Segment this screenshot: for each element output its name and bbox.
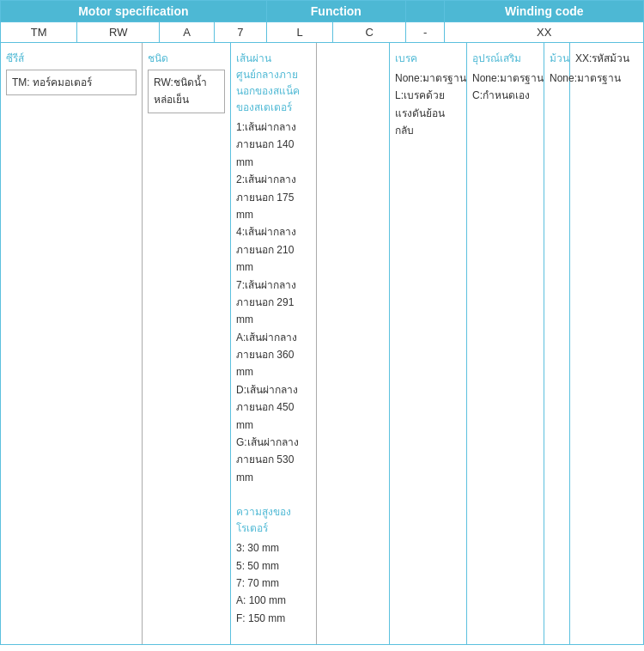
- type-label: ชนิด: [148, 50, 225, 66]
- rotor-section: ความสูงของโรเตอร์ 3: 30 mm 5: 50 mm 7: 7…: [236, 503, 311, 627]
- winding-roll-xx: XX:รหัสม้วน: [575, 50, 638, 67]
- rotor-item-4: F: 150 mm: [236, 610, 311, 627]
- rotor-item-0: 3: 30 mm: [236, 539, 311, 557]
- stator-items: 1:เส้นผ่ากลางภายนอก 140 mm 2:เส้นผ่ากลาง…: [236, 119, 311, 486]
- col-7-header: 7: [215, 22, 267, 43]
- function-header: Function: [266, 1, 405, 22]
- stator-label: เส้นผ่านศูนย์กลางภายนอกของสแน็คของสเตเตอ…: [236, 50, 311, 115]
- winding-roll-item-0: None:มาตรฐาน: [550, 70, 564, 87]
- winding-code-section: XX:รหัสม้วน: [575, 50, 638, 67]
- dash-header: [405, 1, 444, 22]
- series-section: ซีรีส์ TM: ทอร์คมอเตอร์: [6, 50, 137, 95]
- winding-roll-item-1: XX:รหัสม้วน: [575, 50, 638, 67]
- col-rw: RW: [77, 22, 160, 43]
- series-label: ซีรีส์: [6, 50, 137, 66]
- motor-spec-header: Motor specification: [1, 1, 267, 22]
- type-box: RW:ชนิดน้ำหล่อเย็น: [148, 70, 225, 113]
- rotor-items: 3: 30 mm 5: 50 mm 7: 70 mm A: 100 mm F: …: [236, 539, 311, 627]
- col-dash-content: ม้วน None:มาตรฐาน: [544, 43, 570, 644]
- main-content: ซีรีส์ TM: ทอร์คมอเตอร์ ชนิด RW:ชนิดน้ำห…: [0, 43, 644, 645]
- rotor-item-2: 7: 70 mm: [236, 575, 311, 592]
- brake-items: None:มาตรฐาน L:เบรคด้วยแรงดันย้อนกลับ: [395, 70, 461, 140]
- brake-label: เบรค: [395, 50, 461, 66]
- accessories-label: อุปรณ์เสริม: [472, 50, 538, 66]
- rotor-item-1: 5: 50 mm: [236, 557, 311, 575]
- brake-section: เบรค None:มาตรฐาน L:เบรคด้วยแรงดันย้อนกล…: [395, 50, 461, 140]
- col-stator: เส้นผ่านศูนย์กลางภายนอกของสแน็คของสเตเตอ…: [231, 43, 317, 644]
- col-l: L: [266, 22, 333, 43]
- col-accessories: อุปรณ์เสริม None:มาตรฐาน C:กำหนดเอง: [467, 43, 544, 644]
- brake-item-1: L:เบรคด้วยแรงดันย้อนกลับ: [395, 87, 461, 139]
- col-7-content: [317, 43, 390, 644]
- winding-code-header: Winding code: [445, 1, 644, 22]
- stator-item-5: D:เส้นผ่ากลางภายนอก 450 mm: [236, 381, 311, 434]
- type-section: ชนิด RW:ชนิดน้ำหล่อเย็น: [148, 50, 225, 113]
- stator-item-1: 2:เส้นผ่ากลางภายนอก 175 mm: [236, 171, 311, 223]
- accessories-section: อุปรณ์เสริม None:มาตรฐาน C:กำหนดเอง: [472, 50, 538, 105]
- accessories-items: None:มาตรฐาน C:กำหนดเอง: [472, 70, 538, 105]
- stator-item-0: 1:เส้นผ่ากลางภายนอก 140 mm: [236, 119, 311, 171]
- stator-section: เส้นผ่านศูนย์กลางภายนอกของสแน็คของสเตเตอ…: [236, 50, 311, 486]
- col-brake: เบรค None:มาตรฐาน L:เบรคด้วยแรงดันย้อนกล…: [390, 43, 467, 644]
- stator-item-6: G:เส้นผ่ากลางภายนอก 530 mm: [236, 434, 311, 486]
- col-type: ชนิด RW:ชนิดน้ำหล่อเย็น: [143, 43, 231, 644]
- winding-roll-section: ม้วน None:มาตรฐาน: [550, 50, 564, 87]
- col-tm: TM: [1, 22, 77, 43]
- winding-roll-label: ม้วน: [550, 50, 564, 66]
- stator-item-4: A:เส้นผ่ากลางภายนอก 360 mm: [236, 329, 311, 381]
- rotor-label: ความสูงของโรเตอร์: [236, 503, 311, 536]
- winding-roll-items: None:มาตรฐาน: [550, 70, 564, 87]
- series-item-0: TM: ทอร์คมอเตอร์: [12, 76, 92, 88]
- series-box: TM: ทอร์คมอเตอร์: [6, 70, 137, 95]
- rotor-item-3: A: 100 mm: [236, 592, 311, 609]
- col-xx: XX: [445, 22, 644, 43]
- accessories-item-1: C:กำหนดเอง: [472, 87, 538, 104]
- col-c-header: C: [333, 22, 406, 43]
- col-dash: -: [405, 22, 444, 43]
- col-series: ซีรีส์ TM: ทอร์คมอเตอร์: [1, 43, 143, 644]
- accessories-item-0: None:มาตรฐาน: [472, 70, 538, 87]
- type-item-0: RW:ชนิดน้ำหล่อเย็น: [154, 76, 207, 106]
- brake-item-0: None:มาตรฐาน: [395, 70, 461, 87]
- stator-item-3: 7:เส้นผ่ากลางภายนอก 291 mm: [236, 277, 311, 329]
- col-a-header: A: [160, 22, 215, 43]
- header-table: Motor specification Function Winding cod…: [0, 0, 644, 43]
- col-winding-code: XX:รหัสม้วน: [570, 43, 643, 644]
- stator-item-2: 4:เส้นผ่ากลางภายนอก 210 mm: [236, 223, 311, 276]
